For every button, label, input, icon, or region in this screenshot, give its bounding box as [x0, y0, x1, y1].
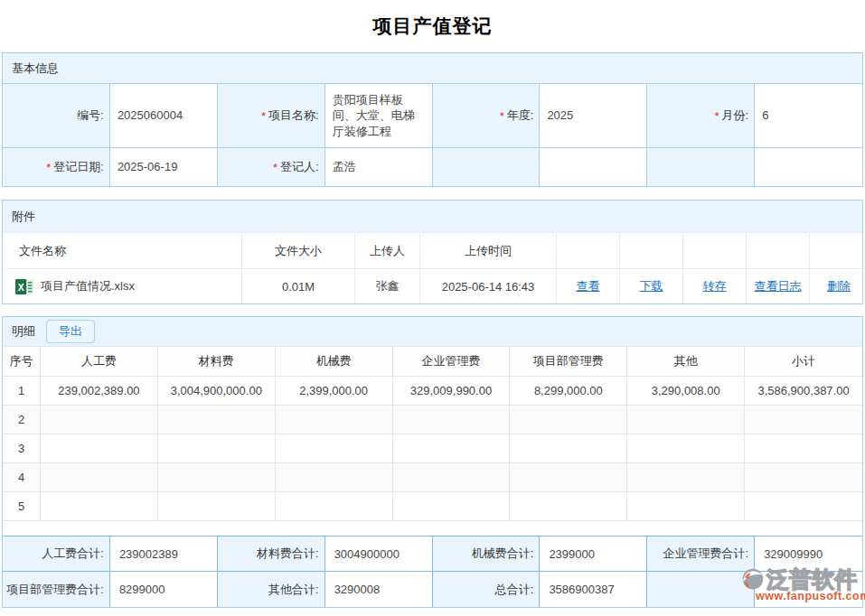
total-label-labor: 人工费合计: [3, 537, 110, 572]
basic-info-grid: 编号: 2025060004 *项目名称: 贵阳项目样板间、大堂、电梯厅装修工程… [3, 83, 862, 186]
col-header-file-name: 文件名称 [3, 233, 242, 269]
cell-project-dept-mgmt [510, 463, 627, 492]
cell-project-dept-mgmt [510, 492, 627, 521]
details-section: 明细 导出 序号 人工费 材料费 机械费 企业管理费 项目部管理费 其他 小计 … [2, 316, 863, 608]
details-table: 序号 人工费 材料费 机械费 企业管理费 项目部管理费 其他 小计 1 239,… [3, 346, 862, 521]
col-header-upload-time: 上传时间 [420, 233, 557, 269]
col-header-machinery-cost: 机械费 [276, 347, 393, 377]
cell-subtotal [745, 406, 862, 434]
save-as-link[interactable]: 转存 [703, 278, 727, 294]
field-value-registrant: 孟浩 [325, 147, 433, 186]
file-uploader-cell: 张鑫 [355, 269, 420, 303]
cell-material [158, 463, 276, 492]
cell-project-dept-mgmt: 8,299,000.00 [510, 377, 627, 406]
cell-enterprise-mgmt [393, 492, 511, 521]
col-header-labor-cost: 人工费 [41, 347, 158, 377]
details-section-title: 明细 [12, 323, 35, 340]
col-header-empty [747, 233, 810, 269]
required-star: * [273, 161, 277, 174]
cell-subtotal [745, 463, 862, 492]
file-name: 项目产值情况.xlsx [41, 278, 135, 294]
row-seq: 1 [3, 377, 41, 406]
row-seq: 4 [3, 463, 41, 492]
cell-other [627, 434, 745, 463]
total-value-labor: 239002389 [110, 537, 218, 572]
row-seq: 5 [3, 492, 41, 521]
cell-labor [41, 434, 158, 463]
field-label-number: 编号: [3, 83, 110, 147]
cell-other: 3,290,008.00 [627, 377, 745, 406]
field-value-project-name: 贵阳项目样板间、大堂、电梯厅装修工程 [325, 83, 433, 147]
cell-subtotal [745, 492, 862, 521]
attachments-section-title: 附件 [12, 209, 35, 225]
field-value-register-date: 2025-06-19 [110, 147, 218, 186]
page-title: 项目产值登记 [0, 0, 865, 52]
total-label-other: 其他合计: [218, 572, 325, 607]
export-button[interactable]: 导出 [46, 320, 95, 343]
file-size-cell: 0.01M [242, 269, 355, 303]
field-label-year: *年度: [433, 83, 541, 147]
cell-material [158, 492, 276, 521]
view-link[interactable]: 查看 [577, 278, 600, 294]
required-star: * [500, 109, 504, 123]
total-value-material: 3004900000 [325, 537, 433, 572]
cell-labor: 239,002,389.00 [41, 377, 158, 406]
cell-other [627, 406, 745, 434]
empty-value-cell [755, 147, 862, 186]
cell-labor [41, 406, 158, 434]
total-value-other: 3290008 [325, 572, 433, 607]
empty-value-cell [540, 147, 647, 186]
file-name-cell: X 项目产值情况.xlsx [3, 269, 242, 303]
field-label-month: *月份: [647, 83, 755, 147]
download-link[interactable]: 下载 [640, 278, 663, 294]
total-label-empty [647, 572, 755, 607]
cell-machinery [276, 463, 393, 492]
col-header-project-dept-mgmt-fee: 项目部管理费 [510, 347, 627, 377]
field-value-year: 2025 [540, 83, 647, 147]
svg-text:X: X [18, 282, 24, 292]
basic-info-section: 基本信息 编号: 2025060004 *项目名称: 贵阳项目样板间、大堂、电梯… [2, 52, 863, 187]
details-section-header: 明细 导出 [3, 317, 862, 346]
cell-subtotal: 3,586,900,387.00 [745, 377, 862, 406]
required-star: * [261, 109, 266, 123]
col-header-uploader: 上传人 [355, 233, 420, 269]
col-header-other: 其他 [627, 347, 745, 377]
attachments-section-header: 附件 [3, 201, 862, 233]
empty-label-cell [647, 147, 755, 186]
total-label-project-dept-mgmt: 项目部管理费合计: [3, 572, 110, 607]
delete-link[interactable]: 删除 [827, 278, 851, 294]
cell-other [627, 463, 745, 492]
cell-labor [41, 463, 158, 492]
col-header-empty [620, 233, 683, 269]
cell-material: 3,004,900,000.00 [158, 377, 276, 406]
cell-enterprise-mgmt [393, 406, 511, 434]
col-header-file-size: 文件大小 [242, 233, 355, 269]
cell-machinery [276, 406, 393, 434]
attachments-table: 文件名称 文件大小 上传人 上传时间 X 项目产值情况.xlsx 0.01M 张… [3, 233, 862, 303]
cell-machinery: 2,399,000.00 [276, 377, 393, 406]
col-header-subtotal: 小计 [745, 347, 862, 377]
field-value-number: 2025060004 [110, 83, 218, 147]
total-value-enterprise-mgmt: 329009990 [755, 537, 862, 572]
cell-enterprise-mgmt [393, 434, 511, 463]
field-label-register-date: *登记日期: [3, 147, 110, 186]
file-upload-time-cell: 2025-06-14 16:43 [420, 269, 557, 303]
cell-machinery [276, 434, 393, 463]
view-log-link[interactable]: 查看日志 [755, 278, 802, 294]
basic-info-section-header: 基本信息 [3, 53, 862, 83]
field-label-project-name: *项目名称: [218, 83, 325, 147]
col-header-empty [810, 233, 865, 269]
cell-material [158, 406, 276, 434]
total-label-grand: 总合计: [433, 572, 541, 607]
cell-material [158, 434, 276, 463]
col-header-enterprise-mgmt-fee: 企业管理费 [393, 347, 511, 377]
row-seq: 3 [3, 434, 41, 463]
attachments-section: 附件 文件名称 文件大小 上传人 上传时间 X 项目产值情况.xlsx 0.01… [2, 200, 863, 304]
cell-labor [41, 492, 158, 521]
required-star: * [714, 109, 719, 123]
total-label-material: 材料费合计: [218, 537, 325, 572]
total-value-project-dept-mgmt: 8299000 [110, 572, 218, 607]
cell-subtotal [745, 434, 862, 463]
cell-enterprise-mgmt: 329,009,990.00 [393, 377, 511, 406]
cell-machinery [276, 492, 393, 521]
